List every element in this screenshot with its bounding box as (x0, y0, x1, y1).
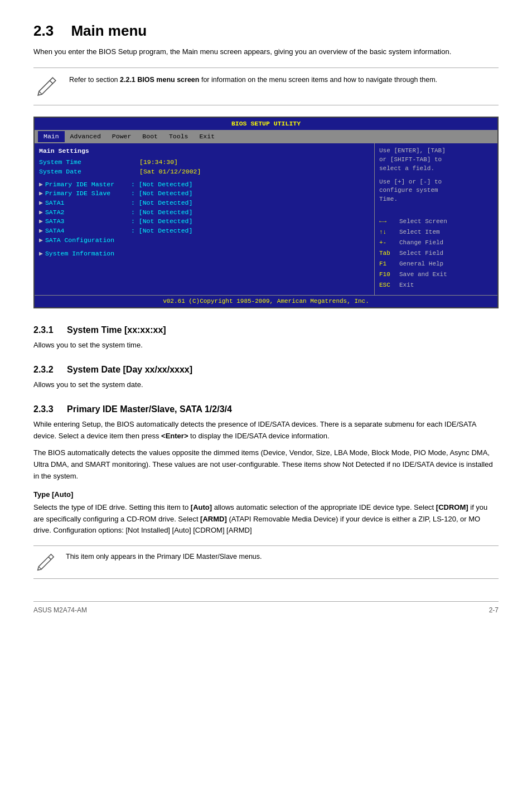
bios-system-time-row: System Time [19:34:30] (39, 158, 370, 167)
bios-item-sata2: ▶ SATA2 : [Not Detected] (39, 208, 370, 218)
bios-section-header: Main Settings (39, 147, 370, 156)
pencil-icon-2 (33, 552, 58, 573)
bios-item-primary-ide-slave: ▶ Primary IDE Slave : [Not Detected] (39, 189, 370, 199)
note-text-2: This item only appears in the Primary ID… (66, 552, 262, 562)
bios-key-f10: F10 Save and Exit (379, 270, 493, 279)
subsection-233-title: 2.3.3 Primary IDE Master/Slave, SATA 1/2… (33, 404, 499, 414)
footer-right: 2-7 (489, 606, 499, 614)
bios-title: BIOS SETUP UTILITY (35, 118, 497, 130)
bios-key-plusminus: +- Change Field (379, 239, 493, 248)
bios-key-updown: ↑↓ Select Item (379, 228, 493, 237)
section-title: 2.3 Main menu (33, 22, 499, 40)
intro-text: When you enter the BIOS Setup program, t… (33, 46, 499, 57)
system-date-label: System Date (39, 167, 139, 177)
bios-key-arrows: ←→ Select Screen (379, 218, 493, 226)
bios-key-f1: F1 General Help (379, 260, 493, 269)
bios-key-esc: ESC Exit (379, 281, 493, 290)
bios-main-panel: Main Settings System Time [19:34:30] Sys… (35, 143, 375, 295)
bios-menu-power: Power (107, 131, 137, 142)
bios-menu-tools: Tools (163, 131, 194, 142)
note-box-2: This item only appears in the Primary ID… (33, 545, 499, 579)
subsection-231-body: Allows you to set the system time. (33, 340, 499, 351)
sub233-para1: While entering Setup, the BIOS automatic… (33, 419, 499, 442)
bios-item-sata3: ▶ SATA3 : [Not Detected] (39, 217, 370, 226)
pencil-icon (33, 75, 60, 98)
bios-menu-exit: Exit (194, 131, 220, 142)
system-time-label: System Time (39, 158, 139, 167)
page-footer: ASUS M2A74-AM 2-7 (33, 601, 499, 614)
bios-menubar: Main Advanced Power Boot Tools Exit (35, 130, 497, 143)
subsection-231-title: 2.3.1 System Time [xx:xx:xx] (33, 325, 499, 335)
note-text-1: Refer to section 2.2.1 BIOS menu screen … (69, 75, 437, 85)
bios-key-tab: Tab Select Field (379, 249, 493, 258)
bios-item-sata-config: ▶ SATA Configuration (39, 236, 370, 245)
bios-item-sata4: ▶ SATA4 : [Not Detected] (39, 226, 370, 236)
type-auto-heading: Type [Auto] (33, 490, 499, 499)
system-time-value: [19:34:30] (139, 158, 178, 167)
type-auto-body: Selects the type of IDE drive. Setting t… (33, 502, 499, 537)
bios-footer: v02.61 (C)Copyright 1985-2009, American … (35, 295, 497, 307)
bios-content: Main Settings System Time [19:34:30] Sys… (35, 143, 497, 295)
system-date-value: [Sat 01/12/2002] (139, 167, 201, 177)
bios-item-system-info: ▶ System Information (39, 249, 370, 259)
bios-system-date-row: System Date [Sat 01/12/2002] (39, 167, 370, 177)
bios-right-panel: Use [ENTER], [TAB] or [SHIFT-TAB] to sel… (375, 143, 497, 295)
bios-key-help-section: ←→ Select Screen ↑↓ Select Item +- Chang… (379, 218, 493, 290)
footer-left: ASUS M2A74-AM (33, 606, 87, 614)
bios-menu-boot: Boot (137, 131, 163, 142)
note-box-1: Refer to section 2.2.1 BIOS menu screen … (33, 67, 499, 105)
bios-item-sata1: ▶ SATA1 : [Not Detected] (39, 199, 370, 208)
bios-menu-main: Main (38, 131, 65, 142)
bios-menu-advanced: Advanced (65, 131, 107, 142)
bios-help-text-top: Use [ENTER], [TAB] or [SHIFT-TAB] to sel… (379, 147, 493, 205)
bios-item-primary-ide-master: ▶ Primary IDE Master : [Not Detected] (39, 180, 370, 190)
bios-screenshot: BIOS SETUP UTILITY Main Advanced Power B… (33, 117, 499, 309)
subsection-232-title: 2.3.2 System Date [Day xx/xx/xxxx] (33, 365, 499, 375)
subsection-233-body: While entering Setup, the BIOS automatic… (33, 419, 499, 482)
sub233-para2: The BIOS automatically detects the value… (33, 447, 499, 482)
subsection-232-body: Allows you to set the system date. (33, 379, 499, 391)
